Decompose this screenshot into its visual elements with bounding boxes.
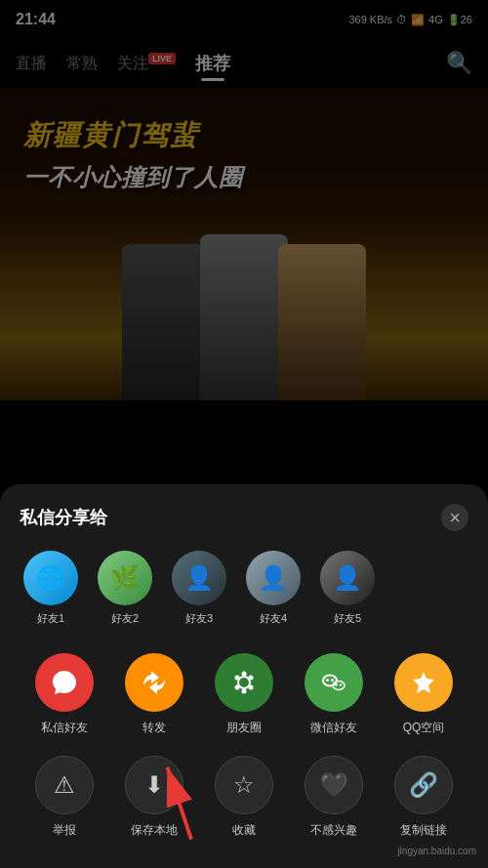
save-icon: ⬇ (125, 756, 183, 814)
action-private-msg[interactable]: 私信好友 (29, 653, 100, 736)
wechat-label: 微信好友 (310, 720, 357, 736)
svg-point-9 (331, 679, 334, 682)
not-interested-label: 不感兴趣 (310, 822, 357, 839)
friends-row: 🌐 好友1 🌿 好友2 👤 好友3 👤 好友4 👤 好友5 (20, 551, 468, 630)
bottom-sheet: 私信分享给 × 🌐 好友1 🌿 好友2 👤 好友3 👤 好友4 👤 (0, 484, 488, 868)
svg-point-12 (340, 683, 342, 685)
friend-avatar-4: 👤 (246, 551, 301, 605)
action-wechat[interactable]: 微信好友 (299, 653, 369, 736)
qq-zone-icon (394, 653, 453, 712)
forward-icon (125, 653, 183, 712)
svg-point-7 (323, 676, 337, 686)
sheet-title: 私信分享给 (20, 506, 107, 529)
report-icon: ⚠ (35, 756, 94, 814)
friend-name-5: 好友5 (334, 611, 361, 626)
qq-zone-label: QQ空间 (403, 720, 445, 736)
friend-name-4: 好友4 (260, 611, 287, 626)
svg-point-11 (335, 683, 337, 685)
svg-point-1 (242, 672, 247, 677)
action-copy-link[interactable]: 🔗 复制链接 (388, 756, 459, 839)
svg-point-5 (235, 685, 240, 690)
svg-point-3 (249, 685, 254, 690)
action-forward[interactable]: 转发 (119, 653, 189, 736)
collect-label: 收藏 (232, 822, 256, 839)
svg-point-0 (238, 677, 250, 688)
close-button[interactable]: × (441, 504, 468, 531)
save-label: 保存本地 (131, 822, 178, 839)
svg-marker-13 (413, 672, 434, 693)
watermark: jingyan.baidu.com (397, 846, 476, 856)
svg-point-2 (249, 676, 254, 681)
friend-avatar-3: 👤 (172, 551, 226, 605)
moments-icon (215, 653, 273, 712)
friend-name-2: 好友2 (111, 611, 139, 626)
copy-link-icon: 🔗 (394, 756, 453, 814)
action-collect[interactable]: ☆ 收藏 (209, 756, 279, 839)
svg-point-6 (235, 676, 240, 681)
friend-avatar-2: 🌿 (98, 551, 152, 605)
friend-item-3[interactable]: 👤 好友3 (168, 551, 230, 626)
action-moments[interactable]: 朋友圈 (209, 653, 279, 736)
svg-point-8 (326, 679, 329, 682)
not-interested-icon: 🖤 (305, 756, 363, 814)
more-actions-row: ⚠ 举报 ⬇ 保存本地 ☆ 收藏 🖤 不感兴趣 🔗 复制链接 (20, 756, 468, 839)
action-qq-zone[interactable]: QQ空间 (388, 653, 459, 736)
private-msg-label: 私信好友 (41, 720, 88, 736)
friend-item-1[interactable]: 🌐 好友1 (20, 551, 82, 626)
friend-item-4[interactable]: 👤 好友4 (242, 551, 305, 626)
friend-avatar-1: 🌐 (23, 551, 78, 605)
collect-icon: ☆ (215, 756, 273, 814)
forward-label: 转发 (142, 720, 166, 736)
wechat-icon (305, 653, 363, 712)
friend-item-2[interactable]: 🌿 好友2 (94, 551, 156, 626)
friend-name-3: 好友3 (185, 611, 213, 626)
friend-item-5[interactable]: 👤 好友5 (316, 551, 379, 626)
friend-name-1: 好友1 (37, 611, 64, 626)
svg-point-4 (242, 689, 247, 694)
friend-avatar-5: 👤 (320, 551, 375, 605)
moments-label: 朋友圈 (226, 720, 262, 736)
report-label: 举报 (53, 822, 76, 839)
action-save[interactable]: ⬇ 保存本地 (119, 756, 189, 839)
private-msg-icon (35, 653, 94, 712)
action-not-interested[interactable]: 🖤 不感兴趣 (299, 756, 369, 839)
action-report[interactable]: ⚠ 举报 (29, 756, 100, 839)
share-actions-row: 私信好友 转发 (20, 653, 468, 736)
overlay[interactable]: 私信分享给 × 🌐 好友1 🌿 好友2 👤 好友3 👤 好友4 👤 (0, 0, 488, 868)
sheet-header: 私信分享给 × (20, 504, 468, 531)
copy-link-label: 复制链接 (400, 822, 447, 839)
